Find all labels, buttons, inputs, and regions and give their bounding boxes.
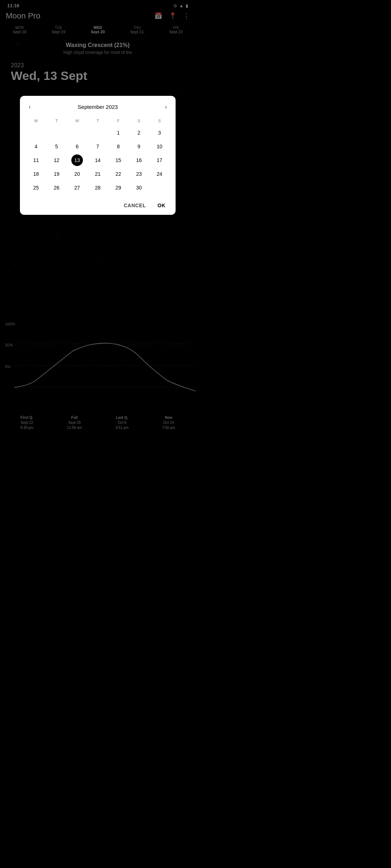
cal-day-29[interactable]: 29 xyxy=(113,182,124,193)
cal-day-12[interactable]: 12 xyxy=(51,154,62,166)
dow-wed: W xyxy=(67,117,88,126)
next-month-button[interactable]: › xyxy=(162,102,170,112)
calendar-header: ‹ September 2023 › xyxy=(26,102,170,112)
dow-fri: F xyxy=(108,117,129,126)
cancel-button[interactable]: CANCEL xyxy=(119,200,150,210)
calendar-grid: M T W T F S S 1 2 3 4 5 6 7 8 9 10 11 12… xyxy=(26,117,170,195)
dialog-backdrop[interactable] xyxy=(0,0,196,434)
ok-button[interactable]: OK xyxy=(153,200,170,210)
dow-tue: T xyxy=(46,117,67,126)
cal-empty xyxy=(71,127,83,139)
dow-thu: T xyxy=(88,117,108,126)
cal-day-17[interactable]: 17 xyxy=(154,154,165,166)
cal-day-26[interactable]: 26 xyxy=(51,182,62,193)
cal-day-8[interactable]: 8 xyxy=(113,141,124,152)
cal-day-28[interactable]: 28 xyxy=(92,182,104,193)
prev-month-button[interactable]: ‹ xyxy=(26,102,34,112)
cal-day-1[interactable]: 1 xyxy=(113,127,124,139)
cal-day-23[interactable]: 23 xyxy=(133,168,145,180)
cal-day-14[interactable]: 14 xyxy=(92,154,104,166)
cal-day-9[interactable]: 9 xyxy=(133,141,145,152)
cal-day-10[interactable]: 10 xyxy=(154,141,165,152)
cal-empty xyxy=(154,182,165,193)
cal-empty xyxy=(30,127,42,139)
calendar-actions: CANCEL OK xyxy=(26,195,170,215)
cal-day-24[interactable]: 24 xyxy=(154,168,165,180)
cal-day-30[interactable]: 30 xyxy=(133,182,145,193)
cal-day-13[interactable]: 13 xyxy=(71,154,83,166)
cal-day-16[interactable]: 16 xyxy=(133,154,145,166)
dow-sat: S xyxy=(129,117,149,126)
cal-day-5[interactable]: 5 xyxy=(51,141,62,152)
cal-day-21[interactable]: 21 xyxy=(92,168,104,180)
calendar-month-title: September 2023 xyxy=(78,104,118,110)
cal-day-6[interactable]: 6 xyxy=(71,141,83,152)
dow-sun: S xyxy=(149,117,170,126)
cal-day-11[interactable]: 11 xyxy=(30,154,42,166)
dow-mon: M xyxy=(26,117,46,126)
cal-day-4[interactable]: 4 xyxy=(30,141,42,152)
cal-day-25[interactable]: 25 xyxy=(30,182,42,193)
cal-day-7[interactable]: 7 xyxy=(92,141,104,152)
cal-day-19[interactable]: 19 xyxy=(51,168,62,180)
cal-day-27[interactable]: 27 xyxy=(71,182,83,193)
cal-day-15[interactable]: 15 xyxy=(113,154,124,166)
cal-day-18[interactable]: 18 xyxy=(30,168,42,180)
cal-day-3[interactable]: 3 xyxy=(154,127,165,139)
cal-day-20[interactable]: 20 xyxy=(71,168,83,180)
cal-day-2[interactable]: 2 xyxy=(133,127,145,139)
cal-day-22[interactable]: 22 xyxy=(113,168,124,180)
cal-empty xyxy=(51,127,62,139)
cal-empty xyxy=(92,127,104,139)
calendar-dialog: ‹ September 2023 › M T W T F S S 1 2 3 4… xyxy=(20,96,176,215)
